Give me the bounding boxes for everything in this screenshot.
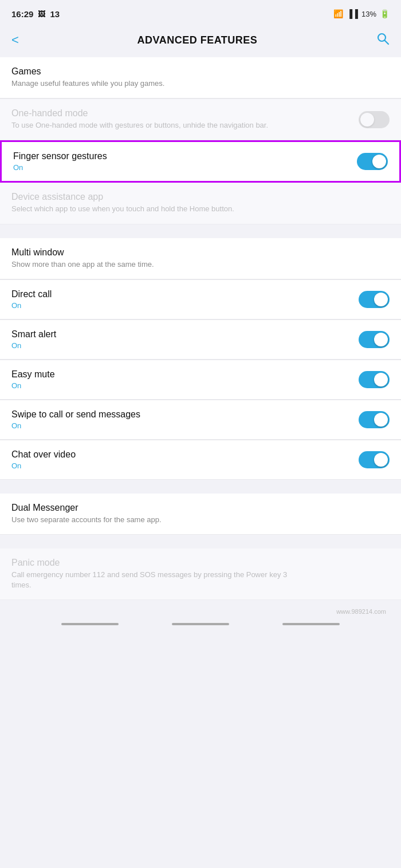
setting-text-device-assist: Device assistance app Select which app t… — [11, 192, 390, 214]
header: < ADVANCED FEATURES — [0, 25, 401, 57]
setting-title-finger-sensor: Finger sensor gestures — [13, 151, 348, 161]
status-time: 16:29 — [11, 9, 33, 19]
setting-text-dual-messenger: Dual Messenger Use two separate accounts… — [11, 503, 390, 525]
spacer-2 — [0, 480, 401, 494]
setting-text-one-handed: One-handed mode To use One-handed mode w… — [11, 108, 349, 131]
svg-line-1 — [384, 41, 388, 45]
setting-text-chat-video: Chat over video On — [11, 449, 349, 470]
watermark: www.989214.com — [0, 608, 395, 620]
toggle-finger-sensor[interactable] — [357, 153, 388, 170]
setting-text-easy-mute: Easy mute On — [11, 369, 349, 390]
toggle-chat-video[interactable] — [359, 451, 390, 468]
setting-item-finger-sensor[interactable]: Finger sensor gestures On — [0, 140, 401, 183]
toggle-easy-mute[interactable] — [359, 371, 390, 388]
setting-item-swipe-call[interactable]: Swipe to call or send messages On — [0, 400, 401, 440]
setting-text-swipe-call: Swipe to call or send messages On — [11, 409, 349, 430]
setting-title-smart-alert: Smart alert — [11, 329, 349, 340]
nav-home[interactable] — [172, 623, 229, 625]
setting-item-smart-alert[interactable]: Smart alert On — [0, 320, 401, 360]
setting-title-one-handed: One-handed mode — [11, 108, 349, 119]
spacer-3 — [0, 535, 401, 549]
setting-subtitle-dual-messenger: Use two separate accounts for the same a… — [11, 515, 298, 525]
nav-recents[interactable] — [282, 623, 340, 625]
battery-percent: 13% — [361, 10, 376, 18]
setting-text-multi-window: Multi window Show more than one app at t… — [11, 247, 390, 270]
setting-item-panic-mode: Panic mode Call emergency number 112 and… — [0, 549, 401, 600]
setting-title-easy-mute: Easy mute — [11, 369, 349, 380]
search-icon[interactable] — [376, 31, 390, 49]
setting-title-chat-video: Chat over video — [11, 449, 349, 460]
setting-status-easy-mute: On — [11, 381, 349, 390]
setting-item-games[interactable]: Games Manage useful features while you p… — [0, 57, 401, 98]
nav-back[interactable] — [61, 623, 119, 625]
setting-title-dual-messenger: Dual Messenger — [11, 503, 390, 513]
setting-status-swipe-call: On — [11, 421, 349, 430]
wifi-icon: 📶 — [333, 9, 343, 18]
setting-text-finger-sensor: Finger sensor gestures On — [13, 151, 348, 172]
setting-subtitle-device-assist: Select which app to use when you touch a… — [11, 204, 298, 214]
setting-text-games: Games Manage useful features while you p… — [11, 66, 390, 89]
setting-item-device-assist: Device assistance app Select which app t… — [0, 183, 401, 224]
spacer-1 — [0, 224, 401, 238]
setting-title-swipe-call: Swipe to call or send messages — [11, 409, 349, 420]
setting-item-easy-mute[interactable]: Easy mute On — [0, 360, 401, 400]
status-left: 16:29 🖼 13 — [11, 9, 60, 19]
toggle-direct-call[interactable] — [359, 291, 390, 308]
status-right: 📶 ▐▐ 13% 🔋 — [333, 9, 390, 18]
settings-content: Games Manage useful features while you p… — [0, 57, 401, 600]
setting-item-direct-call[interactable]: Direct call On — [0, 280, 401, 319]
setting-item-dual-messenger[interactable]: Dual Messenger Use two separate accounts… — [0, 494, 401, 535]
status-image-icon: 🖼 — [38, 10, 45, 18]
signal-icon: ▐▐ — [347, 9, 358, 18]
setting-item-chat-video[interactable]: Chat over video On — [0, 440, 401, 480]
setting-status-direct-call: On — [11, 301, 349, 310]
setting-subtitle-multi-window: Show more than one app at the same time. — [11, 259, 298, 270]
setting-title-multi-window: Multi window — [11, 247, 390, 258]
setting-status-smart-alert: On — [11, 341, 349, 350]
setting-text-smart-alert: Smart alert On — [11, 329, 349, 350]
setting-subtitle-panic-mode: Call emergency number 112 and send SOS m… — [11, 570, 298, 590]
setting-text-direct-call: Direct call On — [11, 289, 349, 310]
setting-title-panic-mode: Panic mode — [11, 558, 390, 568]
setting-text-panic-mode: Panic mode Call emergency number 112 and… — [11, 558, 390, 590]
setting-item-one-handed: One-handed mode To use One-handed mode w… — [0, 99, 401, 140]
battery-icon: 🔋 — [380, 9, 390, 18]
back-button[interactable]: < — [11, 33, 19, 48]
toggle-one-handed — [359, 111, 390, 128]
toggle-smart-alert[interactable] — [359, 331, 390, 348]
status-notifications: 13 — [50, 9, 60, 19]
setting-status-finger-sensor: On — [13, 163, 348, 172]
toggle-swipe-call[interactable] — [359, 411, 390, 428]
page-title: ADVANCED FEATURES — [137, 34, 258, 46]
status-bar: 16:29 🖼 13 📶 ▐▐ 13% 🔋 — [0, 0, 401, 25]
setting-subtitle-games: Manage useful features while you play ga… — [11, 78, 298, 89]
setting-subtitle-one-handed: To use One-handed mode with gestures or … — [11, 120, 298, 131]
setting-title-device-assist: Device assistance app — [11, 192, 390, 202]
setting-title-games: Games — [11, 66, 390, 77]
setting-status-chat-video: On — [11, 461, 349, 470]
setting-item-multi-window[interactable]: Multi window Show more than one app at t… — [0, 238, 401, 279]
setting-title-direct-call: Direct call — [11, 289, 349, 299]
